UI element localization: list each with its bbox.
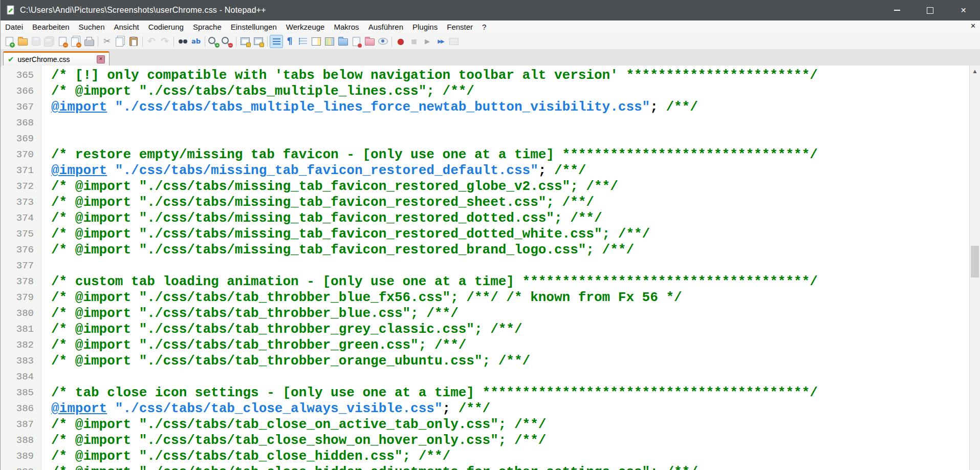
menu-item-fenster[interactable]: Fenster xyxy=(442,23,477,31)
code-row[interactable]: 373/* @import "./css/tabs/missing_tab_fa… xyxy=(1,195,969,210)
line-number: 390 xyxy=(1,464,41,470)
code-row[interactable]: 368 xyxy=(1,115,969,131)
menu-item-[interactable]: ? xyxy=(477,23,491,31)
tab-close-icon[interactable]: ✕ xyxy=(97,55,105,63)
code-row[interactable]: 365/* [!] only compatible with 'tabs bel… xyxy=(1,68,969,83)
menubar-close-icon[interactable]: ✕ xyxy=(970,22,976,30)
menu-item-bearbeiten[interactable]: Bearbeiten xyxy=(28,23,74,31)
doc-switcher-button[interactable] xyxy=(363,35,376,48)
monitoring-icon xyxy=(353,37,360,46)
cut-button[interactable]: ✂ xyxy=(100,35,114,48)
replace-button[interactable]: ab xyxy=(189,35,203,48)
code-row[interactable]: 380/* @import "./css/tabs/tab_throbber_b… xyxy=(1,306,969,322)
macro-run-multiple-button[interactable]: ▶▶ xyxy=(434,35,447,48)
new-file-button[interactable]: + xyxy=(3,35,16,48)
menubar: DateiBearbeitenSuchenAnsichtCodierungSpr… xyxy=(1,20,980,33)
line-number: 367 xyxy=(1,99,41,115)
code-row[interactable]: 382/* @import "./css/tabs/tab_throbber_g… xyxy=(1,337,969,353)
zoom-out-icon: − xyxy=(224,39,231,44)
print-button[interactable] xyxy=(82,35,96,48)
close-all-button[interactable]: − xyxy=(69,35,82,48)
code-row[interactable]: 378/* custom tab loading animation - [on… xyxy=(1,274,969,290)
code-row[interactable]: 388/* @import "./css/tabs/tab_close_show… xyxy=(1,433,969,448)
code-row[interactable]: 367@import "./css/tabs/tabs_multiple_lin… xyxy=(1,99,969,115)
menu-item-einstellungen[interactable]: Einstellungen xyxy=(226,23,281,31)
code-row[interactable]: 374/* @import "./css/tabs/missing_tab_fa… xyxy=(1,210,969,226)
zoom-out-button[interactable]: − xyxy=(221,35,234,48)
minimize-icon xyxy=(894,10,900,11)
document-map-button[interactable] xyxy=(310,35,323,48)
code-row[interactable]: 379/* @import "./css/tabs/tab_throbber_b… xyxy=(1,290,969,306)
code-row[interactable]: 376/* @import "./css/tabs/missing_tab_fa… xyxy=(1,242,969,258)
macro-play-icon: ▶ xyxy=(425,38,430,45)
code-text: /* tab close icon settings - [only use o… xyxy=(41,385,818,401)
preview-button[interactable] xyxy=(376,35,389,48)
line-number: 375 xyxy=(1,226,41,242)
show-all-characters-button[interactable]: ¶ xyxy=(283,35,296,48)
editor[interactable]: 365/* [!] only compatible with 'tabs bel… xyxy=(1,66,980,470)
replace-icon: ab xyxy=(191,38,201,45)
menu-item-ansicht[interactable]: Ansicht xyxy=(109,23,143,31)
code-pane[interactable]: 365/* [!] only compatible with 'tabs bel… xyxy=(1,66,969,470)
menu-item-sprache[interactable]: Sprache xyxy=(188,23,226,31)
sync-vertical-scroll-button[interactable] xyxy=(238,35,252,48)
line-number: 386 xyxy=(1,401,41,417)
folder-as-workspace-icon xyxy=(338,37,348,46)
code-row[interactable]: 377 xyxy=(1,258,969,274)
code-row[interactable]: 383/* @import "./css/tabs/tab_throbber_o… xyxy=(1,353,969,369)
code-row[interactable]: 381/* @import "./css/tabs/tab_throbber_g… xyxy=(1,322,969,337)
code-text: /* @import "./css/tabs/missing_tab_favic… xyxy=(41,179,618,195)
menu-item-suchen[interactable]: Suchen xyxy=(74,23,110,31)
menu-item-makros[interactable]: Makros xyxy=(329,23,363,31)
maximize-button[interactable] xyxy=(913,0,947,20)
code-text: /* @import "./css/tabs/tab_close_show_on… xyxy=(41,433,546,448)
word-wrap-icon xyxy=(273,38,280,45)
minimize-button[interactable] xyxy=(880,0,913,20)
menu-item-plugins[interactable]: Plugins xyxy=(408,23,442,31)
sync-horizontal-scroll-button[interactable] xyxy=(252,35,265,48)
titlebar[interactable]: C:\Users\Andi\Pictures\Screenshots\userC… xyxy=(1,0,980,20)
indent-guide-button[interactable] xyxy=(296,35,310,48)
find-button[interactable] xyxy=(176,35,189,48)
code-row[interactable]: 385/* tab close icon settings - [only us… xyxy=(1,385,969,401)
code-text: /* @import "./css/tabs/tab_close_on_acti… xyxy=(41,417,546,433)
code-row[interactable]: 371@import "./css/tabs/missing_tab_favic… xyxy=(1,163,969,179)
sync-horizontal-scroll-icon xyxy=(254,37,263,45)
paste-icon xyxy=(129,37,138,46)
word-wrap-button[interactable] xyxy=(270,35,283,48)
paste-button[interactable] xyxy=(127,35,140,48)
copy-button[interactable] xyxy=(114,35,127,48)
code-row[interactable]: 372/* @import "./css/tabs/missing_tab_fa… xyxy=(1,179,969,195)
scroll-up-icon[interactable]: ▲ xyxy=(970,66,980,76)
menu-item-werkzeuge[interactable]: Werkzeuge xyxy=(281,23,330,31)
line-number: 383 xyxy=(1,353,41,369)
macro-record-button[interactable]: ● xyxy=(394,35,407,48)
open-file-icon xyxy=(18,37,28,46)
open-file-button[interactable] xyxy=(16,35,29,48)
folder-as-workspace-button[interactable] xyxy=(336,35,350,48)
code-row[interactable]: 375/* @import "./css/tabs/missing_tab_fa… xyxy=(1,226,969,242)
code-row[interactable]: 384 xyxy=(1,369,969,385)
menu-item-codierung[interactable]: Codierung xyxy=(144,23,188,31)
toolbar-separator xyxy=(267,36,268,47)
code-row[interactable]: 389/* @import "./css/tabs/tab_close_hidd… xyxy=(1,448,969,464)
scrollbar-thumb[interactable] xyxy=(971,246,979,277)
tab-userchrome-css[interactable]: ✔ userChrome.css ✕ xyxy=(3,51,110,67)
code-row[interactable]: 370/* restore empty/missing tab favicon … xyxy=(1,147,969,163)
menu-item-datei[interactable]: Datei xyxy=(1,23,28,31)
close-file-button[interactable]: − xyxy=(56,35,69,48)
zoom-in-button[interactable]: + xyxy=(207,35,221,48)
menu-item-ausfhren[interactable]: Ausführen xyxy=(364,23,408,31)
code-row[interactable]: 386@import "./css/tabs/tab_close_always_… xyxy=(1,401,969,417)
code-row[interactable]: 369 xyxy=(1,131,969,147)
function-list-button[interactable] xyxy=(323,35,336,48)
code-row[interactable]: 387/* @import "./css/tabs/tab_close_on_a… xyxy=(1,417,969,433)
macro-stop-button: ■ xyxy=(407,35,421,48)
code-row[interactable]: 366/* @import "./css/tabs/tabs_multiple_… xyxy=(1,83,969,99)
monitoring-button[interactable] xyxy=(350,35,363,48)
close-button[interactable]: ✕ xyxy=(947,0,980,20)
code-row[interactable]: 390/* @import "./css/tabs/tab_close_hidd… xyxy=(1,464,969,470)
vertical-scrollbar[interactable]: ▲ xyxy=(969,66,980,470)
code-text: /* @import "./css/tabs/missing_tab_favic… xyxy=(41,195,594,210)
macro-play-button[interactable]: ▶ xyxy=(421,35,434,48)
